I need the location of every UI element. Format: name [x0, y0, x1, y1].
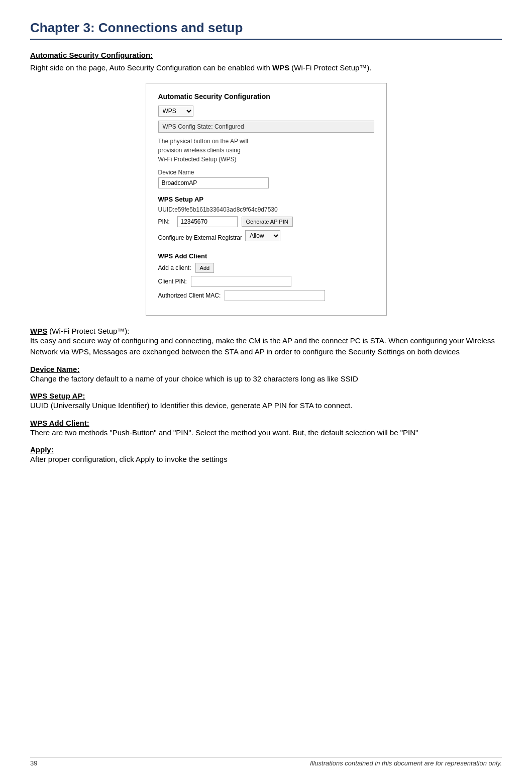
pin-input[interactable] — [177, 216, 238, 227]
allow-dropdown[interactable]: Allow — [245, 230, 280, 241]
wps-desc-text: The physical button on the AP willprovis… — [158, 137, 374, 164]
device-name-label: Device Name — [158, 169, 374, 176]
device-name-term-section: Device Name: Change the factory default … — [30, 365, 502, 385]
wps-add-client-term-section: WPS Add Client: There are two methods "P… — [30, 419, 502, 439]
device-name-term-heading: Device Name: — [30, 365, 79, 373]
add-button[interactable]: Add — [195, 263, 215, 273]
wps-term-section: WPS (Wi-Fi Protect Setup™): Its easy and… — [30, 327, 502, 358]
generate-pin-button[interactable]: Generate AP PIN — [242, 217, 293, 227]
ext-reg-label: Configure by External Registrar — [158, 234, 242, 241]
add-client-label: Add a client: — [158, 264, 191, 271]
uuid-text: UUID:e59fe5b161b336403ad8c9f64c9d7530 — [158, 206, 374, 213]
wps-add-client-term-body: There are two methods "Push-Button" and … — [30, 427, 502, 439]
client-pin-input[interactable] — [191, 276, 291, 287]
wps-setup-ap-term-heading: WPS Setup AP: — [30, 392, 85, 400]
wps-term-body: Its easy and secure way of configuring a… — [30, 335, 502, 358]
wps-setup-ap-term-body: UUID (Universally Unique Identifier) to … — [30, 400, 502, 412]
ext-registrar-row: Configure by External Registrar Allow — [158, 230, 374, 245]
auto-security-heading: Automatic Security Configuration: — [30, 51, 502, 59]
pin-label: PIN: — [158, 218, 173, 225]
pin-row: PIN: Generate AP PIN — [158, 216, 374, 227]
apply-term-heading: Apply: — [30, 445, 54, 454]
wps-term-heading: WPS — [30, 327, 47, 335]
wps-term-inline: (Wi-Fi Protect Setup™): — [47, 327, 129, 335]
config-panel: Automatic Security Configuration WPS WPS… — [146, 83, 387, 316]
auth-mac-row: Authorized Client MAC: — [158, 290, 374, 301]
apply-term-section: Apply: After proper configuration, click… — [30, 445, 502, 465]
client-pin-label: Client PIN: — [158, 278, 187, 285]
wps-setup-ap-title: WPS Setup AP — [158, 196, 374, 203]
footer-note: Illustrations contained in this document… — [310, 759, 502, 767]
wps-add-client-term-heading: WPS Add Client: — [30, 419, 89, 427]
wps-config-state: WPS Config State: Configured — [158, 121, 374, 133]
device-name-input[interactable] — [158, 177, 269, 188]
page-footer: 39 Illustrations contained in this docum… — [30, 757, 502, 767]
footer-page-number: 39 — [30, 759, 37, 767]
wps-add-client-title: WPS Add Client — [158, 252, 374, 260]
wps-dropdown[interactable]: WPS — [158, 106, 193, 117]
device-name-term-body: Change the factory default to a name of … — [30, 373, 502, 385]
add-client-row: Add a client: Add — [158, 263, 374, 273]
auth-mac-input[interactable] — [225, 290, 325, 301]
auto-security-description: Right side on the page, Auto Security Co… — [30, 62, 502, 74]
client-pin-row: Client PIN: — [158, 276, 374, 287]
config-box-title: Automatic Security Configuration — [158, 92, 374, 101]
apply-term-body: After proper configuration, click Apply … — [30, 454, 502, 465]
wps-setup-ap-term-section: WPS Setup AP: UUID (Universally Unique I… — [30, 392, 502, 412]
auth-mac-label: Authorized Client MAC: — [158, 292, 221, 299]
chapter-title: Chapter 3: Connections and setup — [30, 20, 502, 40]
